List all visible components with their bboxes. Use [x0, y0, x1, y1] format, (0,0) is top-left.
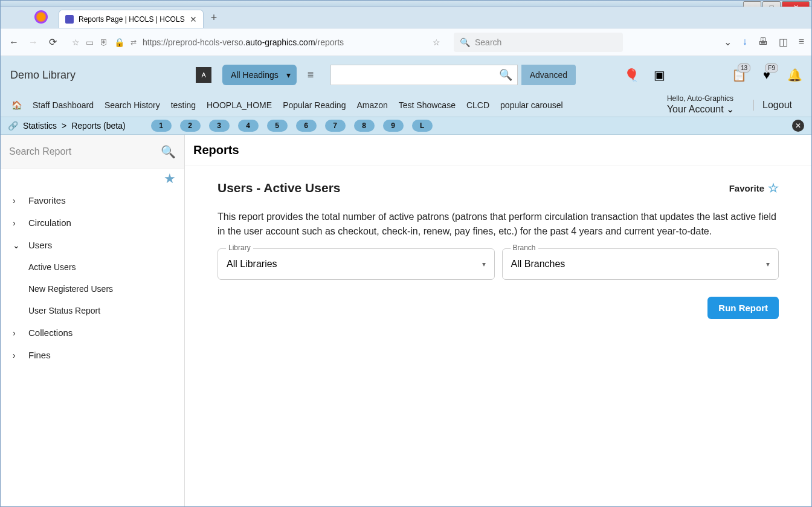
chevron-down-icon: ⌄ [726, 104, 734, 114]
catalog-icon[interactable]: ▣ [651, 66, 668, 83]
library-filter[interactable]: Library All Libraries [218, 248, 495, 280]
url-bar[interactable]: ☆ ▭ ⛨ 🔒 ⇄ https://preprod-hcols-verso.au… [66, 33, 446, 52]
new-tab-button[interactable]: + [211, 11, 218, 24]
pill[interactable]: 3 [209, 120, 230, 132]
nav-menu: 🏠 Staff Dashboard Search History testing… [1, 94, 811, 117]
chevron-right-icon: › [13, 328, 20, 338]
chevron-right-icon: › [13, 350, 20, 360]
sidebar-item-new-registered[interactable]: New Registered Users [1, 278, 184, 300]
home-icon[interactable]: 🏠 [11, 100, 22, 110]
search-placeholder: Search [475, 37, 501, 47]
search-icon[interactable]: 🔍 [499, 68, 512, 82]
nav-item[interactable]: Test Showcase [399, 100, 456, 110]
browser-tab[interactable]: Reports Page | HCOLS | HCOLS ✕ [59, 10, 204, 28]
pocket-icon[interactable]: ⌄ [724, 36, 732, 48]
run-report-button[interactable]: Run Report [707, 297, 779, 319]
greeting-text: Hello, Auto-Graphics [667, 94, 734, 104]
content: Reports Users - Active Users Favorite ☆ … [185, 135, 811, 507]
nav-item[interactable]: popular carousel [500, 100, 563, 110]
report-description: This report provides the total number of… [218, 210, 779, 239]
tab-title: Reports Page | HCOLS | HCOLS [79, 15, 185, 24]
breadcrumb-root[interactable]: Statistics [23, 121, 57, 131]
advanced-search-button[interactable]: Advanced [521, 65, 576, 85]
nav-item[interactable]: Staff Dashboard [33, 100, 94, 110]
sidebar-item-user-status[interactable]: User Status Report [1, 300, 184, 321]
clipboard-icon[interactable]: ▭ [86, 37, 94, 47]
favorite-star[interactable]: ★ [1, 169, 184, 189]
print-icon[interactable]: 🖶 [758, 36, 768, 48]
branch-filter[interactable]: Branch All Branches [502, 248, 779, 280]
sidebar-item-fines[interactable]: ›Fines [1, 344, 184, 366]
sidebar-item-users[interactable]: ⌄Users [1, 234, 184, 256]
breadcrumb-bar: 🔗 Statistics > Reports (beta) 1 2 3 4 5 … [1, 117, 811, 135]
downloads-icon[interactable]: ↓ [743, 36, 747, 48]
main-area: Search Report 🔍 ★ ›Favorites ›Circulatio… [1, 135, 811, 507]
extension-icon[interactable]: ◫ [779, 36, 788, 48]
search-icon: 🔍 [460, 37, 470, 47]
reload-button[interactable]: ⟳ [47, 36, 59, 48]
nav-item[interactable]: Amazon [356, 100, 387, 110]
sidebar-item-collections[interactable]: ›Collections [1, 321, 184, 344]
toolbar-icons: ⌄ ↓ 🖶 ◫ ≡ [724, 36, 804, 48]
permissions-icon[interactable]: ⇄ [130, 38, 137, 47]
section-title: Reports [185, 135, 811, 166]
sidebar-item-active-users[interactable]: Active Users [1, 256, 184, 278]
logout-link[interactable]: Logout [753, 100, 792, 111]
page-title: Users - Active Users [218, 181, 341, 195]
balloon-icon[interactable]: 🎈 [623, 66, 640, 83]
library-name: Demo Library [5, 69, 76, 82]
chevron-right-icon: › [13, 218, 20, 228]
sidebar: Search Report 🔍 ★ ›Favorites ›Circulatio… [1, 135, 185, 507]
menu-icon[interactable]: ≡ [799, 36, 804, 48]
link-icon: 🔗 [8, 121, 18, 131]
nav-item[interactable]: CLCD [466, 100, 489, 110]
bookmark-star-icon[interactable]: ☆ [433, 37, 440, 47]
database-icon[interactable]: ≡ [308, 69, 321, 82]
nav-item[interactable]: Popular Reading [283, 100, 346, 110]
browser-toolbar: ← → ⟳ ☆ ▭ ⛨ 🔒 ⇄ https://preprod-hcols-ve… [1, 28, 811, 56]
language-icon[interactable]: A [196, 67, 211, 83]
browser-tabstrip: Reports Page | HCOLS | HCOLS ✕ + [1, 7, 811, 28]
search-report-input[interactable]: Search Report 🔍 [1, 135, 184, 169]
catalog-search-input[interactable]: 🔍 [330, 65, 518, 85]
sidebar-item-favorites[interactable]: ›Favorites [1, 189, 184, 212]
pill[interactable]: 1 [151, 120, 172, 132]
pill[interactable]: 9 [383, 120, 404, 132]
tab-close-icon[interactable]: ✕ [190, 15, 197, 24]
nav-item[interactable]: HOOPLA_HOME [207, 100, 272, 110]
forward-button[interactable]: → [27, 37, 39, 48]
list-icon[interactable]: 📋13 [730, 66, 747, 83]
nav-item[interactable]: testing [171, 100, 196, 110]
bell-icon[interactable]: 🔔 [786, 66, 803, 83]
nav-item[interactable]: Search History [105, 100, 160, 110]
pill[interactable]: 2 [180, 120, 201, 132]
sidebar-item-circulation[interactable]: ›Circulation [1, 212, 184, 234]
lock-icon: 🔒 [114, 37, 124, 47]
headings-dropdown[interactable]: All Headings [222, 65, 297, 85]
shield-icon: ⛨ [100, 37, 108, 47]
pill[interactable]: L [412, 120, 433, 132]
browser-search-box[interactable]: 🔍 Search [454, 33, 623, 52]
app-header: Demo Library A All Headings ≡ 🔍 Advanced… [1, 56, 811, 94]
pill[interactable]: 5 [267, 120, 288, 132]
account-box[interactable]: Hello, Auto-Graphics Your Account ⌄ [667, 94, 734, 116]
favorite-toggle[interactable]: Favorite ☆ [729, 181, 779, 195]
chevron-down-icon: ⌄ [13, 241, 20, 250]
star-icon: ☆ [768, 181, 779, 195]
window-titlebar [1, 1, 811, 7]
pill[interactable]: 4 [238, 120, 259, 132]
pill[interactable]: 8 [354, 120, 375, 132]
back-button[interactable]: ← [8, 37, 20, 48]
search-icon[interactable]: 🔍 [161, 144, 176, 159]
breadcrumb-leaf[interactable]: Reports (beta) [71, 121, 125, 131]
pill[interactable]: 6 [296, 120, 317, 132]
chevron-right-icon: › [13, 196, 20, 205]
bookmark-icon[interactable]: ☆ [72, 37, 80, 47]
close-icon[interactable]: ✕ [792, 120, 804, 132]
heart-icon[interactable]: ♥F9 [758, 66, 775, 83]
url-text: https://preprod-hcols-verso.auto-graphic… [143, 37, 344, 47]
tab-favicon-icon [65, 15, 74, 24]
pill[interactable]: 7 [325, 120, 346, 132]
firefox-icon [34, 10, 48, 24]
